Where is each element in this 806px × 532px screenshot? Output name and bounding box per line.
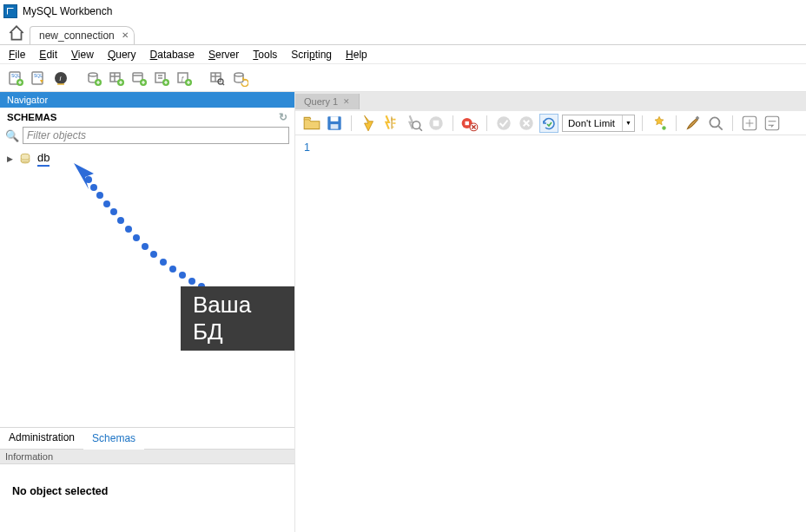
procedure-add-icon[interactable]: [151, 68, 172, 89]
function-add-icon[interactable]: ƒ: [174, 68, 195, 89]
schema-node[interactable]: ▶ db: [7, 151, 287, 167]
gutter-line-number: 1: [304, 141, 310, 154]
svg-rect-46: [466, 121, 469, 124]
toggle-whitespace-icon[interactable]: [740, 114, 759, 133]
expand-icon[interactable]: ▶: [7, 154, 13, 163]
schema-add-icon[interactable]: [83, 68, 104, 89]
chevron-down-icon: ▼: [622, 115, 634, 131]
refresh-icon[interactable]: ↻: [279, 111, 287, 123]
svg-point-28: [150, 251, 157, 258]
svg-point-30: [133, 234, 140, 241]
menu-query[interactable]: Query: [108, 49, 136, 61]
execute-current-icon[interactable]: I: [381, 114, 400, 133]
beautify-icon[interactable]: [650, 114, 669, 133]
menu-scripting[interactable]: Scripting: [291, 49, 332, 61]
svg-point-37: [85, 176, 92, 183]
svg-text:SQL: SQL: [34, 73, 43, 78]
menu-tools[interactable]: Tools: [253, 49, 277, 61]
svg-point-26: [169, 266, 176, 273]
commit-disabled-icon: [494, 114, 513, 133]
stop-disabled-icon: [426, 114, 446, 133]
svg-point-24: [188, 278, 195, 285]
svg-point-42: [413, 121, 420, 128]
navigator-header: Navigator: [0, 92, 294, 108]
svg-rect-40: [331, 124, 339, 129]
titlebar: MySQL Workbench: [0, 0, 806, 22]
menu-file[interactable]: File: [9, 49, 25, 61]
svg-text:I: I: [391, 115, 393, 121]
find-icon[interactable]: [706, 114, 725, 133]
search-icon: 🔍: [5, 129, 19, 142]
svg-point-35: [96, 192, 103, 199]
open-sql-icon[interactable]: SQL: [28, 68, 49, 89]
svg-rect-39: [331, 116, 339, 122]
information-body: No object selected: [0, 464, 294, 532]
svg-point-32: [117, 217, 124, 224]
svg-point-29: [142, 243, 149, 250]
schema-name: db: [37, 151, 50, 167]
schemas-heading: SCHEMAS: [7, 112, 57, 122]
execute-icon[interactable]: [359, 114, 378, 133]
svg-point-52: [710, 117, 719, 127]
explain-icon[interactable]: [404, 114, 423, 133]
menu-help[interactable]: Help: [346, 49, 367, 61]
svg-text:i: i: [60, 75, 62, 82]
svg-rect-54: [765, 116, 778, 129]
svg-point-20: [235, 73, 243, 76]
svg-point-50: [662, 126, 665, 129]
limit-rows-label: Don't Limit: [563, 118, 622, 128]
svg-point-27: [160, 259, 167, 266]
open-file-icon[interactable]: [302, 114, 321, 133]
reconnect-icon[interactable]: [229, 68, 250, 89]
toggle-wrap-icon[interactable]: [763, 114, 782, 133]
connection-tab[interactable]: new_connection ✕: [30, 26, 135, 44]
tab-administration[interactable]: Administration: [0, 428, 83, 449]
information-header: Information: [0, 450, 294, 464]
navigator-bottom-tabs: Administration Schemas: [0, 427, 294, 450]
svg-point-31: [125, 226, 132, 233]
view-add-icon[interactable]: [129, 68, 149, 89]
search-table-icon[interactable]: [207, 68, 228, 89]
sql-editor[interactable]: 1: [295, 135, 806, 159]
tab-schemas[interactable]: Schemas: [83, 429, 144, 450]
database-icon: [18, 152, 32, 166]
stop-on-error-icon[interactable]: [460, 114, 479, 133]
close-icon[interactable]: ✕: [122, 30, 129, 40]
svg-text:SQL: SQL: [11, 73, 20, 78]
save-icon[interactable]: [325, 114, 344, 133]
menu-view[interactable]: View: [71, 49, 94, 61]
svg-point-25: [179, 272, 186, 279]
rollback-disabled-icon: [517, 114, 536, 133]
svg-text:ƒ: ƒ: [181, 75, 184, 82]
query-tab-label: Query 1: [304, 96, 338, 107]
menu-database[interactable]: Database: [150, 49, 195, 61]
svg-point-34: [103, 200, 110, 207]
svg-point-7: [89, 73, 97, 76]
table-add-icon[interactable]: [106, 68, 127, 89]
connection-tab-label: new_connection: [39, 30, 115, 42]
navigator-panel: Navigator SCHEMAS ↻ 🔍 ▶ db: [0, 92, 295, 532]
connection-tabstrip: new_connection ✕: [0, 22, 806, 45]
main-toolbar: SQL SQL i ƒ: [0, 64, 806, 92]
app-title: MySQL Workbench: [23, 5, 112, 17]
annotation-label: Ваша БД: [181, 286, 294, 351]
brush-icon[interactable]: [684, 114, 703, 133]
inspector-icon[interactable]: i: [50, 68, 71, 89]
query-toolbar: I Don't Limit ▼: [295, 111, 806, 135]
query-tabstrip: Query 1 ✕: [295, 92, 806, 111]
home-button[interactable]: [7, 23, 26, 43]
menubar: File Edit View Query Database Server Too…: [0, 45, 806, 64]
app-icon: [3, 4, 17, 18]
new-sql-tab-icon[interactable]: SQL: [5, 68, 26, 89]
svg-point-36: [90, 184, 97, 191]
autocommit-icon[interactable]: [539, 114, 558, 133]
close-icon[interactable]: ✕: [343, 97, 350, 106]
navigator-title: Navigator: [7, 95, 48, 105]
query-tab[interactable]: Query 1 ✕: [295, 94, 360, 109]
svg-point-48: [497, 116, 510, 129]
filter-objects-input[interactable]: [23, 127, 289, 144]
menu-edit[interactable]: Edit: [39, 49, 57, 61]
menu-server[interactable]: Server: [208, 49, 239, 61]
svg-rect-44: [433, 120, 439, 126]
limit-rows-dropdown[interactable]: Don't Limit ▼: [562, 115, 635, 132]
